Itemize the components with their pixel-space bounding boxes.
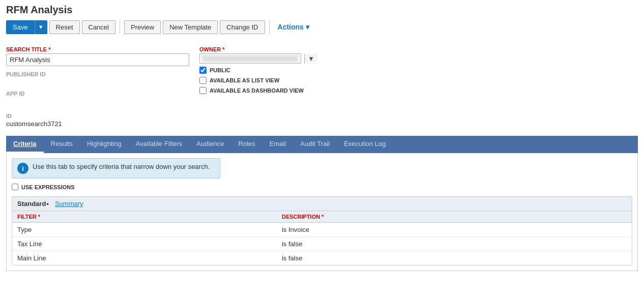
criteria-standard-tab[interactable]: Standard• [17,200,49,208]
tab-roles[interactable]: Roles [231,136,262,153]
actions-button[interactable]: Actions ▾ [274,20,313,34]
use-expressions-label: USE EXPRESSIONS [21,184,75,190]
tab-audit-trail[interactable]: Audit Trail [293,136,337,153]
page-title: RFM Analysis [6,4,638,16]
search-title-input[interactable] [6,53,189,66]
available-list-view-label: AVAILABLE AS LIST VIEW [210,77,279,83]
tab-content: i Use this tab to specify criteria that … [6,153,638,271]
public-label: PUBLIC [210,67,230,73]
criteria-tabs-row: Standard• Summary [12,197,632,211]
save-button[interactable]: Save [6,20,35,34]
public-checkbox[interactable] [199,67,207,74]
tabs-bar: Criteria Results Highlighting Available … [6,136,638,153]
owner-blur-value [202,55,299,62]
new-template-button[interactable]: New Template [163,20,218,34]
owner-required-star: * [222,46,224,52]
tab-email[interactable]: Email [262,136,294,153]
id-value: customsearch3721 [6,120,189,128]
description-cell: is Invoice [277,223,632,237]
table-row: Tax Line is false [12,237,632,251]
available-dashboard-label: AVAILABLE AS DASHBOARD VIEW [210,87,304,94]
save-button-group: Save ▼ [6,20,47,34]
available-dashboard-checkbox[interactable] [199,87,207,94]
filter-required-star: * [38,214,40,220]
filter-cell: Main Line [12,251,277,266]
description-required-star: * [321,214,324,220]
page-container: RFM Analysis Save ▼ Reset Cancel Preview… [0,0,644,275]
publisher-id-value [6,78,189,85]
available-dashboard-row: AVAILABLE AS DASHBOARD VIEW [199,87,638,94]
toolbar-divider-2 [269,20,270,34]
tab-available-filters[interactable]: Available Filters [129,136,190,153]
info-box: i Use this tab to specify criteria that … [12,158,220,179]
change-id-button[interactable]: Change ID [220,20,265,34]
search-title-label: SEARCH TITLE * [6,46,189,52]
owner-row: ▼ [199,53,638,64]
id-label: ID [6,113,189,119]
filter-cell: Tax Line [12,237,277,251]
table-row: Type is Invoice [12,223,632,237]
info-icon: i [17,163,28,174]
owner-label: OWNER * [199,46,638,52]
public-checkbox-row: PUBLIC [199,67,638,74]
available-list-view-checkbox[interactable] [199,77,207,84]
save-dropdown-button[interactable]: ▼ [35,20,47,34]
owner-dropdown-button[interactable]: ▼ [304,54,317,64]
criteria-section: Standard• Summary FILTER * DESCRIPTION * [12,196,632,266]
tab-criteria[interactable]: Criteria [6,136,44,153]
criteria-summary-tab[interactable]: Summary [55,200,83,208]
info-text: Use this tab to specify criteria that na… [33,163,210,170]
criteria-table: FILTER * DESCRIPTION * Type is Invoice T… [12,211,632,265]
form-left: SEARCH TITLE * PUBLISHER ID APP ID ID cu… [6,41,189,128]
standard-tab-dot: • [46,200,49,208]
tab-results[interactable]: Results [44,136,80,153]
preview-button[interactable]: Preview [124,20,161,34]
use-expressions-row: USE EXPRESSIONS [12,184,632,190]
filter-cell: Type [12,223,277,237]
search-title-required-star: * [48,46,50,52]
available-list-view-row: AVAILABLE AS LIST VIEW [199,77,638,84]
description-column-header: DESCRIPTION * [277,211,632,223]
use-expressions-checkbox[interactable] [12,184,18,190]
tab-execution-log[interactable]: Execution Log [337,136,393,153]
toolbar: Save ▼ Reset Cancel Preview New Template… [6,20,638,34]
description-cell: is false [277,251,632,266]
owner-select-wrapper [199,53,301,64]
form-section: SEARCH TITLE * PUBLISHER ID APP ID ID cu… [6,41,638,128]
filter-column-header: FILTER * [12,211,277,223]
app-id-label: APP ID [6,91,189,97]
tab-audience[interactable]: Audience [189,136,231,153]
table-row: Main Line is false [12,251,632,266]
reset-button[interactable]: Reset [49,20,80,34]
cancel-button[interactable]: Cancel [82,20,115,34]
tab-highlighting[interactable]: Highlighting [80,136,129,153]
form-right: OWNER * ▼ PUBLIC AVAILABLE AS LIST VIEW … [199,41,638,128]
toolbar-divider-1 [120,20,120,34]
publisher-id-label: PUBLISHER ID [6,71,189,77]
app-id-value [6,98,189,105]
description-cell: is false [277,237,632,251]
